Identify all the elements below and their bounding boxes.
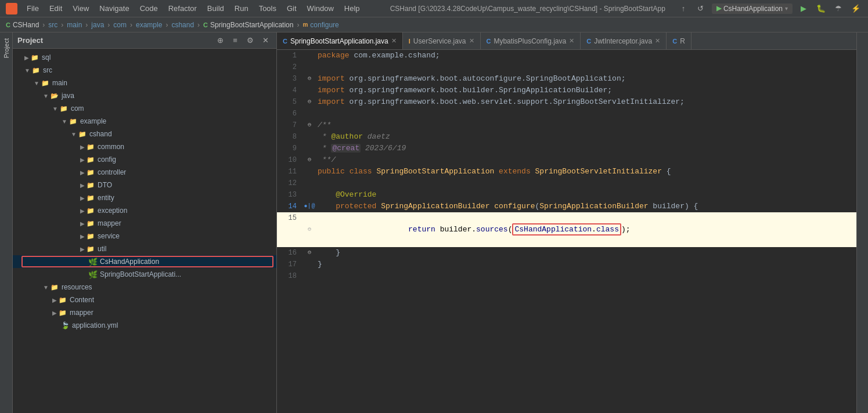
project-panel: Project ⊕ ≡ ⚙ ✕ ▶ 📁 sql ▼ 📁 src ▼ 📁 [13, 32, 277, 413]
breadcrumb-src[interactable]: src [48, 21, 57, 29]
tab-close-mybatisplusconfig[interactable]: ✕ [569, 37, 574, 45]
menu-code[interactable]: Code [135, 3, 163, 14]
tree-item-main[interactable]: ▼ 📁 main [13, 77, 276, 89]
breadcrumb: C CSHand › src › main › java › com › exa… [0, 17, 868, 32]
tree-item-controller[interactable]: ▶ 📁 controller [13, 166, 276, 179]
tree-item-config[interactable]: ▶ 📁 config [13, 153, 276, 166]
project-collapse-btn[interactable]: ≡ [229, 34, 242, 47]
breadcrumb-example[interactable]: example [136, 21, 162, 29]
tree-item-common[interactable]: ▶ 📁 common [13, 140, 276, 153]
project-close-btn[interactable]: ✕ [259, 34, 272, 47]
tree-item-sql[interactable]: ▶ 📁 sql [13, 51, 276, 64]
menu-view[interactable]: View [68, 3, 93, 14]
app-logo [6, 3, 17, 15]
tab-springbootstart[interactable]: C SpringBootStartApplication.java ✕ [277, 32, 403, 50]
title-bar: File Edit View Navigate Code Refactor Bu… [0, 0, 868, 17]
breadcrumb-main[interactable]: main [67, 21, 82, 29]
code-line-2: 2 [277, 61, 856, 73]
toolbar-right: ↑ ↺ ▶ CsHandApplication ▾ ▶ 🐛 ☂ ⚡ [677, 2, 862, 15]
tree-item-cshandapplication[interactable]: 🌿 CsHandApplication ← [13, 255, 276, 268]
code-line-11: 11 public class SpringBootStartApplicati… [277, 166, 856, 177]
breadcrumb-cshand[interactable]: cshand [171, 21, 194, 29]
breadcrumb-project[interactable]: CSHand [13, 21, 39, 29]
code-line-18: 18 [277, 270, 856, 282]
tree-item-example[interactable]: ▼ 📁 example [13, 115, 276, 128]
code-line-9: 9 * @creat 2023/6/19 [277, 143, 856, 154]
tree-item-service[interactable]: ▶ 📁 service [13, 230, 276, 242]
menu-bar: File Edit View Navigate Code Refactor Bu… [22, 3, 379, 14]
lines-container: 1 package com.example.cshand; 2 3 ⊖ impo… [277, 50, 856, 413]
code-line-5: 5 ⊖ import org.springframework.boot.web.… [277, 96, 856, 108]
tree-item-exception[interactable]: ▶ 📁 exception [13, 204, 276, 217]
tree-item-application-yml[interactable]: 🍃 application.yml [13, 319, 276, 332]
code-area: C SpringBootStartApplication.java ✕ I Us… [277, 32, 856, 413]
profile-button[interactable]: ⚡ [849, 2, 862, 15]
code-line-15: 15 ⊖ return builder.sources(CsHandApplic… [277, 212, 856, 247]
code-line-4: 4 import org.springframework.boot.builde… [277, 85, 856, 96]
code-line-12: 12 [277, 177, 856, 189]
breadcrumb-class[interactable]: SpringBootStartApplication [210, 21, 293, 29]
code-line-13: 13 @Override [277, 189, 856, 201]
menu-file[interactable]: File [22, 3, 44, 14]
code-line-16: 16 ⊖ } [277, 247, 856, 259]
tree-item-java[interactable]: ▼ 📂 java [13, 89, 276, 102]
menu-window[interactable]: Window [302, 3, 338, 14]
code-line-3: 3 ⊖ import org.springframework.boot.auto… [277, 73, 856, 85]
main-layout: Project Project ⊕ ≡ ⚙ ✕ ▶ 📁 sql ▼ 📁 src [0, 32, 868, 413]
tree-item-src[interactable]: ▼ 📁 src [13, 64, 276, 77]
tab-jwtinterceptor[interactable]: C JwtInterceptor.java ✕ [581, 32, 667, 50]
run-button[interactable]: ▶ [797, 2, 810, 15]
tree-item-dto[interactable]: ▶ 📁 DTO [13, 179, 276, 191]
code-line-8: 8 * @author daetz [277, 131, 856, 143]
tabs-bar: C SpringBootStartApplication.java ✕ I Us… [277, 32, 856, 50]
tab-close-userservice[interactable]: ✕ [469, 37, 474, 45]
tree-item-com[interactable]: ▼ 📁 com [13, 102, 276, 115]
breadcrumb-com[interactable]: com [113, 21, 127, 29]
code-line-10: 10 ⊖ **/ [277, 154, 856, 166]
code-line-6: 6 [277, 108, 856, 119]
project-sidebar-label[interactable]: Project [3, 38, 10, 58]
tab-r[interactable]: C R [667, 32, 691, 50]
tab-userservice[interactable]: I UserService.java ✕ [403, 32, 481, 50]
project-tree: ▶ 📁 sql ▼ 📁 src ▼ 📁 main ▼ 📂 java ▼ [13, 49, 276, 413]
window-title: CSHand [G:\2023.4.28CodeUp\Campus_waste_… [390, 5, 665, 13]
tab-close-jwtinterceptor[interactable]: ✕ [655, 37, 660, 45]
tree-item-cshand[interactable]: ▼ 📁 cshand [13, 128, 276, 140]
tree-item-mapper2[interactable]: ▶ 📁 mapper [13, 306, 276, 319]
menu-tools[interactable]: Tools [254, 3, 281, 14]
tree-item-content[interactable]: ▶ 📁 Content [13, 294, 276, 306]
vcs-rollback-btn[interactable]: ↺ [694, 2, 707, 15]
project-header: Project ⊕ ≡ ⚙ ✕ [13, 32, 276, 49]
code-line-17: 17 } [277, 259, 856, 270]
project-locate-btn[interactable]: ⊕ [214, 34, 226, 47]
tree-item-springbootstart[interactable]: 🌿 SpringBootStartApplicati... [13, 268, 276, 281]
breadcrumb-java[interactable]: java [91, 21, 104, 29]
code-content[interactable]: 1 package com.example.cshand; 2 3 ⊖ impo… [277, 50, 856, 413]
run-config-selector[interactable]: ▶ CsHandApplication ▾ [712, 3, 793, 14]
menu-git[interactable]: Git [282, 3, 301, 14]
menu-navigate[interactable]: Navigate [95, 3, 134, 14]
tree-item-util[interactable]: ▶ 📁 util [13, 242, 276, 255]
menu-build[interactable]: Build [203, 3, 229, 14]
project-settings-btn[interactable]: ⚙ [244, 34, 257, 47]
sidebar-strip: Project [0, 32, 13, 413]
coverage-button[interactable]: ☂ [832, 2, 845, 15]
debug-button[interactable]: 🐛 [815, 2, 827, 15]
menu-refactor[interactable]: Refactor [164, 3, 201, 14]
menu-help[interactable]: Help [340, 3, 365, 14]
menu-edit[interactable]: Edit [45, 3, 67, 14]
menu-run[interactable]: Run [230, 3, 253, 14]
code-line-1: 1 package com.example.cshand; [277, 50, 856, 61]
tree-item-mapper[interactable]: ▶ 📁 mapper [13, 217, 276, 230]
breadcrumb-method[interactable]: configure [310, 21, 338, 29]
tree-item-entity[interactable]: ▶ 📁 entity [13, 191, 276, 204]
code-line-7: 7 ⊖ /** [277, 119, 856, 131]
right-strip [856, 32, 868, 413]
vcs-update-btn[interactable]: ↑ [677, 2, 690, 15]
code-line-14: 14 ●| @ protected SpringApplicationBuild… [277, 201, 856, 212]
tab-mybatisplusconfig[interactable]: C MybatisPlusConfig.java ✕ [481, 32, 581, 50]
project-title: Project [17, 36, 43, 45]
tree-item-resources[interactable]: ▼ 📁 resources [13, 281, 276, 294]
tab-close-springbootstart[interactable]: ✕ [391, 37, 397, 45]
